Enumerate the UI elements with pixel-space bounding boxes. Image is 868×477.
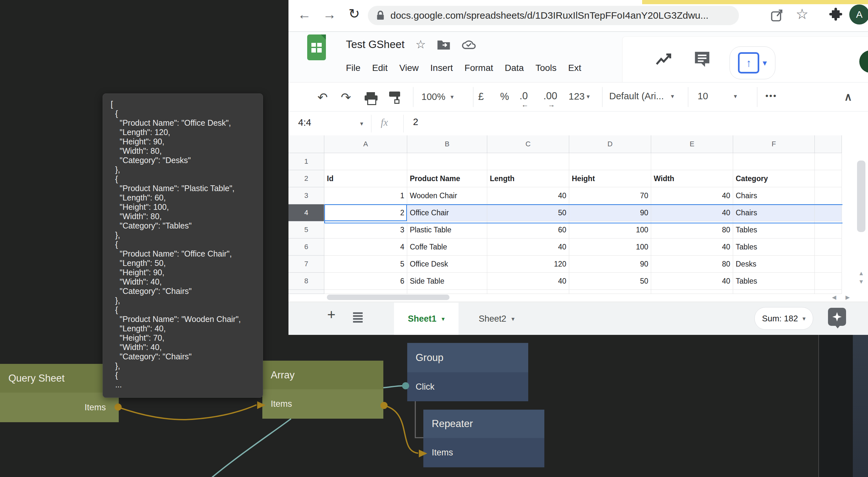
paint-format-button[interactable] [389,92,401,104]
array-items-input-port[interactable] [257,401,266,409]
row-header-3[interactable]: 3 [288,187,324,204]
star-document-icon[interactable]: ☆ [415,38,426,51]
cell-G7[interactable] [815,255,842,273]
explore-button[interactable] [828,308,846,326]
column-header-F[interactable]: F [733,135,815,153]
back-button[interactable]: ← [298,8,311,21]
cell-E9[interactable] [651,290,733,294]
move-folder-icon[interactable] [437,38,451,50]
repeater-items-input-port[interactable] [419,450,427,457]
row-header-8[interactable]: 8 [288,273,324,290]
node-group[interactable]: Group Click [407,343,528,401]
print-button[interactable] [365,92,377,103]
node-group-title[interactable]: Group [407,343,528,372]
address-bar[interactable]: docs.google.com/spreadsheets/d/1D3IRuxIl… [368,6,739,25]
increase-decimal-button[interactable]: .00 [544,90,557,102]
cell-F5[interactable]: Tables [733,222,815,238]
reload-button[interactable]: ↻ [348,7,360,21]
cell-C7[interactable]: 120 [487,255,569,273]
menu-extensions[interactable]: Ext [568,63,581,73]
cell-C2[interactable]: Length [487,170,569,187]
add-sheet-button[interactable]: + [327,307,336,322]
menu-file[interactable]: File [346,63,361,73]
format-percent-button[interactable]: % [500,91,509,102]
node-repeater-title[interactable]: Repeater [423,410,545,438]
cell-A2[interactable]: Id [324,170,407,187]
cell-C1[interactable] [487,153,569,170]
sum-status-dropdown[interactable]: Sum: 182 ▾ [754,307,813,330]
horizontal-scrollbar[interactable] [327,295,450,300]
cell-B8[interactable]: Side Table [407,273,487,290]
cell-C6[interactable]: 40 [487,238,569,255]
cell-E2[interactable]: Width [651,170,733,187]
cell-E5[interactable]: 80 [651,222,733,238]
comments-icon[interactable] [693,49,712,68]
cell-G4[interactable] [815,204,842,222]
sheets-logo[interactable] [307,34,326,60]
row-header-5[interactable]: 5 [288,222,324,238]
document-title[interactable]: Test GSheet [346,38,405,50]
cell-F1[interactable] [733,153,815,170]
cell-D7[interactable]: 90 [569,255,651,273]
cell-A4-active[interactable]: 2 [324,204,407,222]
node-editor-canvas[interactable]: Query Sheet Items Array Items Group Clic… [0,0,868,477]
cell-B3[interactable]: Wooden Chair [407,187,487,204]
cell-C5[interactable]: 60 [487,222,569,238]
grid-corner[interactable] [288,135,324,153]
cell-D4[interactable]: 90 [569,204,651,222]
cell-C3[interactable]: 40 [487,187,569,204]
menu-edit[interactable]: Edit [372,63,388,73]
browser-avatar[interactable]: A [849,4,868,25]
cell-F7[interactable]: Desks [733,255,815,273]
vertical-scrollbar[interactable] [857,161,865,232]
row-header-2[interactable]: 2 [288,170,324,187]
tab-sheet2-caret-icon[interactable]: ▾ [512,315,515,322]
font-size-select[interactable]: 10▾ [698,91,737,102]
column-header-C[interactable]: C [487,135,569,153]
font-family-select[interactable]: Default (Ari...▾ [609,91,674,102]
cell-A8[interactable]: 6 [324,273,407,290]
share-page-icon[interactable] [770,8,784,23]
collapse-toolbar-button[interactable]: ∧ [844,90,852,103]
cell-G2[interactable] [815,170,842,187]
cell-G5[interactable] [815,222,842,238]
cell-A3[interactable]: 1 [324,187,407,204]
extensions-puzzle-icon[interactable] [828,7,843,23]
cell-D9[interactable] [569,290,651,294]
forward-button[interactable]: → [323,8,336,21]
scroll-right-button[interactable]: ► [844,293,851,302]
zoom-select[interactable]: 100%▾ [422,92,454,102]
row-header-7[interactable]: 7 [288,255,324,273]
sheets-avatar-sliver[interactable] [859,50,868,73]
node-array-title[interactable]: Array [262,361,383,389]
tab-sheet1-caret-icon[interactable]: ▾ [442,315,445,322]
present-button[interactable]: ↑ ▾ [730,46,775,79]
cell-F2[interactable]: Category [733,170,815,187]
cell-B4[interactable]: Office Chair [407,204,487,222]
cell-E6[interactable]: 40 [651,238,733,255]
row-header-9[interactable] [288,290,324,294]
cell-D8[interactable]: 50 [569,273,651,290]
cell-B5[interactable]: Plastic Table [407,222,487,238]
bookmark-star-icon[interactable]: ☆ [796,7,808,21]
cell-A9[interactable] [324,290,407,294]
cell-B2[interactable]: Product Name [407,170,487,187]
column-header-E[interactable]: E [651,135,733,153]
group-click-input-port[interactable] [402,382,409,389]
name-box[interactable]: 4:4 [298,117,311,128]
column-header-A[interactable]: A [324,135,407,153]
all-sheets-button[interactable] [353,311,363,324]
cell-F8[interactable]: Tables [733,273,815,290]
cell-C9[interactable] [487,290,569,294]
node-query-sheet-title[interactable]: Query Sheet [0,364,119,393]
format-currency-button[interactable]: £ [478,91,484,102]
number-format-button[interactable]: 123▾ [568,91,590,102]
decrease-decimal-button[interactable]: .0 [520,90,528,102]
redo-button[interactable]: ↷ [341,90,351,104]
menu-view[interactable]: View [399,63,418,73]
menu-format[interactable]: Format [465,63,493,73]
cloud-saved-icon[interactable] [461,39,476,50]
cell-F4[interactable]: Chairs [733,204,815,222]
cell-C8[interactable]: 40 [487,273,569,290]
cell-B7[interactable]: Office Desk [407,255,487,273]
